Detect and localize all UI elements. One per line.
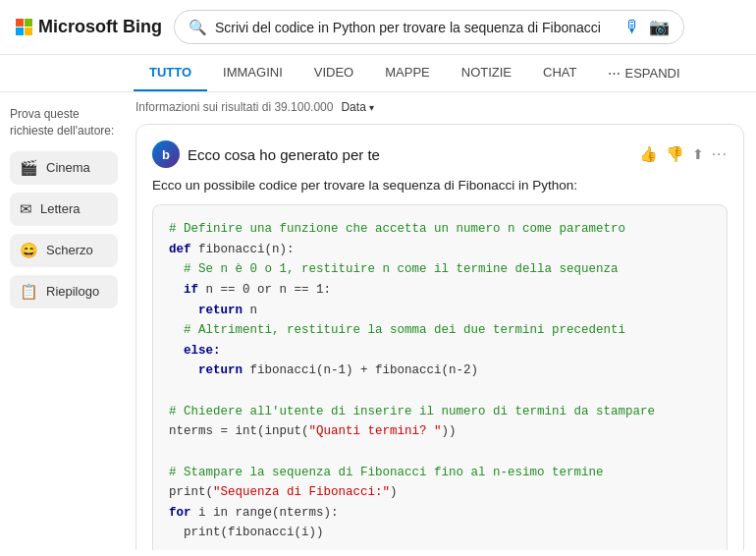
ai-card-header: b Ecco cosa ho generato per te — [152, 140, 380, 168]
sidebar-item-scherzo[interactable]: 😄 Scherzo — [10, 234, 118, 267]
tab-mappe[interactable]: MAPPE — [369, 55, 446, 91]
tab-tutto[interactable]: TUTTO — [134, 55, 207, 91]
lettera-icon: ✉ — [20, 200, 32, 218]
tab-notizie[interactable]: NOTIZIE — [446, 55, 527, 91]
tab-video[interactable]: VIDEO — [298, 55, 369, 91]
search-right-icons: 🎙 📷 — [624, 17, 670, 37]
share-icon[interactable]: ⬆ — [692, 146, 704, 162]
data-filter[interactable]: Data ▾ — [341, 100, 373, 114]
content-area: Informazioni sui risultati di 39.100.000… — [128, 92, 756, 550]
ai-header-text: Ecco cosa ho generato per te — [188, 146, 380, 163]
thumbs-up-icon[interactable]: 👍 — [639, 145, 658, 163]
espandi-label: ESPANDI — [624, 66, 679, 81]
search-input[interactable] — [215, 20, 617, 35]
ai-card-top: b Ecco cosa ho generato per te 👍 👎 ⬆ ··· — [152, 140, 728, 168]
sidebar-item-cinema[interactable]: 🎬 Cinema — [10, 151, 118, 185]
sidebar-label-scherzo: Scherzo — [46, 243, 93, 257]
mic-icon[interactable]: 🎙 — [624, 18, 641, 37]
ai-card: b Ecco cosa ho generato per te 👍 👎 ⬆ ···… — [135, 124, 744, 550]
tab-immagini[interactable]: IMMAGINI — [207, 55, 298, 91]
header: Microsoft Bing 🔍 🎙 📷 — [0, 0, 756, 55]
code-line-blank2 — [169, 442, 711, 463]
bing-brand-text: Microsoft Bing — [38, 17, 162, 37]
sidebar-label-riepilogo: Riepilogo — [46, 284, 99, 299]
code-line-6: # Altrimenti, restituire la somma dei du… — [169, 320, 711, 341]
code-line-5: return n — [169, 301, 711, 321]
code-line-3: # Se n è 0 o 1, restituire n come il ter… — [169, 259, 711, 280]
search-bar[interactable]: 🔍 🎙 📷 — [174, 10, 684, 44]
ai-logo: b — [152, 140, 180, 168]
code-line-4: if n == 0 or n == 1: — [169, 280, 711, 301]
code-line-14: print(fibonacci(i)) — [169, 523, 711, 543]
code-line-9: # Chiedere all'utente di inserire il num… — [169, 402, 711, 422]
sq4-icon — [25, 28, 32, 35]
data-filter-label: Data — [341, 100, 365, 114]
nav-tabs: TUTTO IMMAGINI VIDEO MAPPE NOTIZIE CHAT … — [0, 55, 756, 92]
code-line-12: print("Sequenza di Fibonacci:") — [169, 482, 711, 503]
sidebar: Prova queste richieste dell'autore: 🎬 Ci… — [0, 92, 128, 550]
code-line-8: return fibonacci(n-1) + fibonacci(n-2) — [169, 361, 711, 381]
bing-logo-squares — [16, 19, 32, 35]
sq3-icon — [16, 28, 24, 35]
main-layout: Prova queste richieste dell'autore: 🎬 Ci… — [0, 92, 756, 550]
results-count: Informazioni sui risultati di 39.100.000 — [135, 100, 333, 114]
more-icon[interactable]: ··· — [712, 145, 728, 163]
thumbs-down-icon[interactable]: 👎 — [666, 145, 684, 163]
search-icon: 🔍 — [189, 19, 207, 36]
ai-intro-text: Ecco un possibile codice per trovare la … — [152, 178, 728, 193]
code-line-blank1 — [169, 381, 711, 402]
sidebar-item-riepilogo[interactable]: 📋 Riepilogo — [10, 275, 118, 308]
code-line-11: # Stampare la sequenza di Fibonacci fino… — [169, 463, 711, 483]
ai-logo-letter: b — [162, 147, 170, 162]
tab-chat[interactable]: CHAT — [527, 55, 592, 91]
sidebar-label-cinema: Cinema — [46, 160, 90, 175]
sidebar-title: Prova queste richieste dell'autore: — [10, 106, 118, 139]
results-info: Informazioni sui risultati di 39.100.000… — [135, 100, 744, 114]
tab-espandi[interactable]: ⋯ ESPANDI — [592, 56, 695, 90]
sidebar-label-lettera: Lettera — [40, 201, 80, 216]
sq1-icon — [16, 19, 24, 27]
bing-logo[interactable]: Microsoft Bing — [16, 17, 162, 37]
sq2-icon — [25, 19, 32, 27]
riepilogo-icon: 📋 — [20, 283, 38, 301]
filter-chevron-icon: ▾ — [369, 102, 374, 113]
dots-icon: ⋯ — [608, 66, 621, 81]
code-line-13: for i in range(nterms): — [169, 503, 711, 524]
code-block: # Definire una funzione che accetta un n… — [152, 204, 728, 550]
scherzo-icon: 😄 — [20, 242, 38, 259]
camera-icon[interactable]: 📷 — [649, 17, 670, 37]
sidebar-item-lettera[interactable]: ✉ Lettera — [10, 193, 118, 226]
cinema-icon: 🎬 — [20, 159, 38, 177]
code-line-1: # Definire una funzione che accetta un n… — [169, 219, 711, 240]
ai-action-buttons: 👍 👎 ⬆ ··· — [639, 145, 728, 163]
code-line-2: def fibonacci(n): — [169, 240, 711, 260]
code-line-10: nterms = int(input("Quanti termini? ")) — [169, 421, 711, 442]
code-line-7: else: — [169, 341, 711, 361]
